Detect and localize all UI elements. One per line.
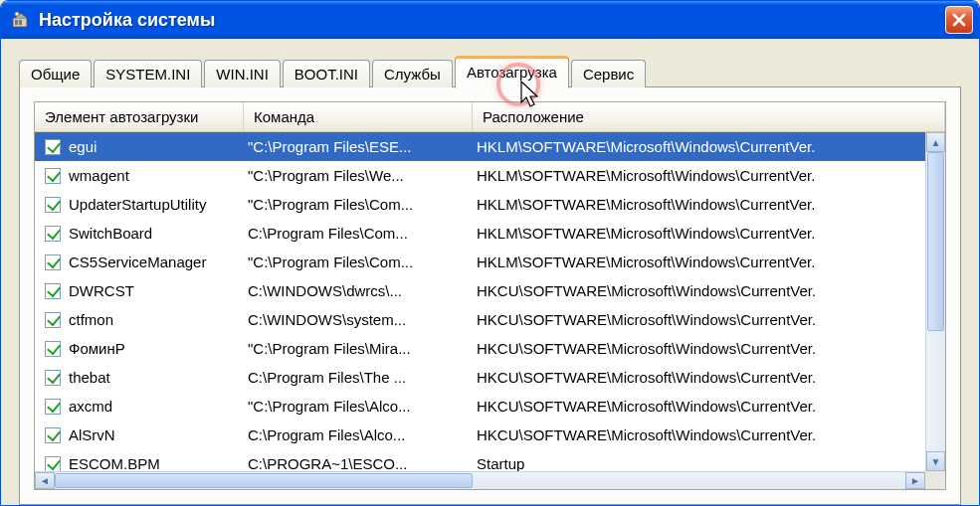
item-command: C:\Program Files\Com... bbox=[244, 225, 473, 242]
item-location: HKCU\SOFTWARE\Microsoft\Windows\CurrentV… bbox=[473, 282, 945, 299]
checkbox[interactable] bbox=[45, 427, 61, 443]
msconfig-window: Настройка системы ОбщиеSYSTEM.INIWIN.INI… bbox=[0, 0, 980, 506]
scroll-up-button[interactable]: ▲ bbox=[926, 132, 945, 152]
item-name: SwitchBoard bbox=[69, 225, 152, 242]
svg-point-3 bbox=[15, 12, 19, 16]
tab-3[interactable]: BOOT.INI bbox=[283, 60, 370, 87]
item-name: ctfmon bbox=[69, 311, 113, 328]
list-item[interactable]: UpdaterStartupUtility"C:\Program Files\C… bbox=[35, 190, 945, 219]
scroll-right-button[interactable]: ► bbox=[905, 472, 925, 489]
list-item[interactable]: thebatC:\Program Files\The ...HKCU\SOFTW… bbox=[35, 363, 945, 392]
item-location: HKLM\SOFTWARE\Microsoft\Windows\CurrentV… bbox=[473, 167, 945, 184]
checkbox[interactable] bbox=[45, 456, 61, 472]
startup-list: Элемент автозагрузки Команда Расположени… bbox=[34, 101, 946, 490]
list-item[interactable]: CS5ServiceManager"C:\Program Files\Com..… bbox=[35, 248, 945, 276]
item-location: Startup bbox=[473, 455, 945, 472]
item-name: ФоминР bbox=[69, 340, 125, 357]
tab-2[interactable]: WIN.INI bbox=[204, 60, 281, 87]
item-location: HKLM\SOFTWARE\Microsoft\Windows\CurrentV… bbox=[473, 196, 945, 213]
list-item[interactable]: egui"C:\Program Files\ESE...HKLM\SOFTWAR… bbox=[35, 132, 945, 161]
item-command: C:\WINDOWS\dwrcs\... bbox=[244, 282, 473, 299]
checkbox[interactable] bbox=[45, 168, 61, 184]
item-command: C:\PROGRA~1\ESCO... bbox=[244, 455, 473, 472]
scroll-left-button[interactable]: ◄ bbox=[35, 472, 55, 489]
item-command: C:\WINDOWS\system... bbox=[244, 311, 473, 328]
titlebar[interactable]: Настройка системы bbox=[1, 1, 979, 39]
list-item[interactable]: SwitchBoardC:\Program Files\Com...HKLM\S… bbox=[35, 219, 945, 248]
tab-0[interactable]: Общие bbox=[19, 60, 92, 87]
checkbox[interactable] bbox=[45, 341, 61, 357]
item-command: C:\Program Files\Alco... bbox=[244, 426, 473, 443]
checkbox[interactable] bbox=[45, 254, 61, 270]
item-name: thebat bbox=[69, 369, 110, 386]
column-header-location[interactable]: Расположение bbox=[473, 102, 945, 131]
column-headers: Элемент автозагрузки Команда Расположени… bbox=[35, 102, 945, 132]
checkbox[interactable] bbox=[45, 139, 61, 155]
list-item[interactable]: AlSrvNC:\Program Files\Alco...HKCU\SOFTW… bbox=[35, 421, 945, 449]
tab-5[interactable]: Автозагрузка bbox=[455, 56, 569, 88]
checkbox[interactable] bbox=[45, 283, 61, 299]
item-name: CS5ServiceManager bbox=[69, 253, 206, 270]
horizontal-scrollbar[interactable]: ◄ ► bbox=[35, 471, 925, 489]
item-location: HKLM\SOFTWARE\Microsoft\Windows\CurrentV… bbox=[473, 253, 945, 270]
tab-panel-startup: Элемент автозагрузки Команда Расположени… bbox=[19, 86, 961, 505]
tab-strip: ОбщиеSYSTEM.INIWIN.INIBOOT.INIСлужбыАвто… bbox=[19, 55, 961, 86]
item-location: HKLM\SOFTWARE\Microsoft\Windows\CurrentV… bbox=[473, 138, 945, 155]
column-header-command[interactable]: Команда bbox=[244, 102, 473, 131]
list-item[interactable]: ФоминР"C:\Program Files\Mira...HKCU\SOFT… bbox=[35, 334, 945, 363]
item-command: "C:\Program Files\ESE... bbox=[244, 138, 473, 155]
item-command: "C:\Program Files\Com... bbox=[244, 253, 473, 270]
close-button[interactable] bbox=[945, 6, 973, 34]
checkbox[interactable] bbox=[45, 197, 61, 213]
svg-rect-2 bbox=[19, 20, 22, 25]
tab-6[interactable]: Сервис bbox=[571, 60, 646, 87]
item-location: HKCU\SOFTWARE\Microsoft\Windows\CurrentV… bbox=[473, 426, 945, 443]
checkbox[interactable] bbox=[45, 370, 61, 386]
list-rows: egui"C:\Program Files\ESE...HKLM\SOFTWAR… bbox=[35, 132, 945, 489]
item-command: "C:\Program Files\Mira... bbox=[244, 340, 473, 357]
item-command: "C:\Program Files\Com... bbox=[244, 196, 473, 213]
list-item[interactable]: ctfmonC:\WINDOWS\system...HKCU\SOFTWARE\… bbox=[35, 305, 945, 334]
item-name: UpdaterStartupUtility bbox=[69, 196, 206, 213]
item-name: AlSrvN bbox=[69, 426, 115, 443]
item-name: ESCOM.BPM bbox=[69, 455, 160, 472]
list-item[interactable]: DWRCSTC:\WINDOWS\dwrcs\...HKCU\SOFTWARE\… bbox=[35, 276, 945, 305]
checkbox[interactable] bbox=[45, 399, 61, 415]
item-location: HKCU\SOFTWARE\Microsoft\Windows\CurrentV… bbox=[473, 311, 945, 328]
item-name: egui bbox=[69, 138, 97, 155]
item-command: "C:\Program Files\Alco... bbox=[244, 398, 473, 415]
checkbox[interactable] bbox=[45, 312, 61, 328]
item-command: C:\Program Files\The ... bbox=[244, 369, 473, 386]
window-title: Настройка системы bbox=[39, 10, 945, 31]
scroll-corner bbox=[925, 471, 945, 489]
app-icon bbox=[11, 10, 31, 30]
column-header-item[interactable]: Элемент автозагрузки bbox=[35, 102, 244, 131]
item-name: axcmd bbox=[69, 398, 112, 415]
tab-4[interactable]: Службы bbox=[372, 60, 453, 87]
item-location: HKCU\SOFTWARE\Microsoft\Windows\CurrentV… bbox=[473, 340, 945, 357]
tab-1[interactable]: SYSTEM.INI bbox=[94, 60, 202, 87]
item-name: DWRCST bbox=[69, 282, 134, 299]
scroll-down-button[interactable]: ▼ bbox=[926, 451, 945, 471]
svg-rect-1 bbox=[15, 20, 18, 25]
vertical-scrollbar[interactable]: ▲ ▼ bbox=[925, 132, 945, 471]
item-name: wmagent bbox=[69, 167, 129, 184]
item-location: HKCU\SOFTWARE\Microsoft\Windows\CurrentV… bbox=[473, 369, 945, 386]
item-location: HKCU\SOFTWARE\Microsoft\Windows\CurrentV… bbox=[473, 398, 945, 415]
list-item[interactable]: wmagent"C:\Program Files\We...HKLM\SOFTW… bbox=[35, 161, 945, 190]
item-location: HKLM\SOFTWARE\Microsoft\Windows\CurrentV… bbox=[473, 225, 945, 242]
vertical-scroll-thumb[interactable] bbox=[927, 152, 944, 331]
list-item[interactable]: axcmd"C:\Program Files\Alco...HKCU\SOFTW… bbox=[35, 392, 945, 421]
client-area: ОбщиеSYSTEM.INIWIN.INIBOOT.INIСлужбыАвто… bbox=[1, 39, 979, 505]
item-command: "C:\Program Files\We... bbox=[244, 167, 473, 184]
checkbox[interactable] bbox=[45, 226, 61, 242]
horizontal-scroll-thumb[interactable] bbox=[55, 473, 473, 488]
